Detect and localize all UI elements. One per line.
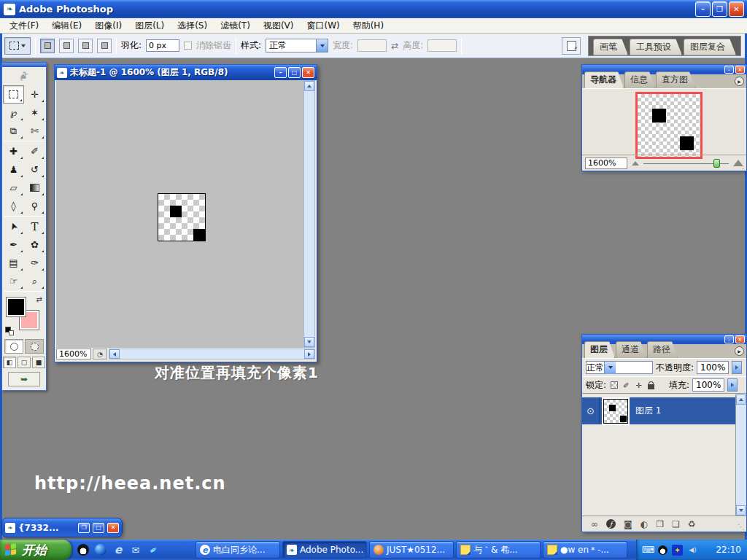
status-info-button[interactable]: ◔ — [93, 349, 107, 359]
layer-thumbnail[interactable] — [603, 399, 628, 424]
layers-scroll-down[interactable] — [736, 505, 746, 516]
zoom-out-icon[interactable] — [632, 161, 639, 166]
minimized-document[interactable]: ❧ {7332... ❐ □ ✕ — [1, 518, 123, 537]
blur-tool[interactable]: ◊ — [3, 197, 24, 215]
layers-close-button[interactable]: ✕ — [735, 335, 745, 343]
resize-grip-icon[interactable]: ⋱ — [738, 523, 745, 531]
layers-menu-button[interactable]: ▶ — [735, 346, 744, 356]
blend-mode-arrow-icon[interactable] — [604, 362, 616, 374]
blend-mode-select[interactable]: 正常 — [586, 361, 653, 374]
menu-edit[interactable]: 编辑(E) — [45, 18, 88, 34]
canvas-area[interactable] — [56, 80, 303, 348]
doc-vertical-scrollbar[interactable] — [303, 80, 315, 348]
standard-mode-button[interactable] — [4, 339, 23, 354]
navigator-thumbnail[interactable] — [635, 92, 703, 159]
resize-grip-icon[interactable]: ⋱ — [738, 162, 745, 170]
lock-all-button[interactable] — [646, 381, 656, 390]
custom-shape-tool[interactable]: ✿ — [24, 236, 45, 254]
well-tab-layer-comps[interactable]: 图层复合 — [684, 39, 736, 55]
eraser-tool[interactable]: ▱ — [3, 179, 24, 197]
jump-to-imageready-button[interactable]: ➥ — [8, 372, 40, 386]
lock-paint-button[interactable]: ✐ — [622, 381, 631, 390]
opacity-slider-button[interactable] — [732, 361, 742, 374]
style-select[interactable]: 正常 — [266, 39, 328, 52]
taskbar-item-qq-chat[interactable]: JUST★0512... — [369, 541, 454, 559]
menu-help[interactable]: 帮助(H) — [347, 18, 390, 34]
clone-stamp-tool[interactable]: ♟ — [3, 160, 24, 179]
taskbar-item-ie[interactable]: e 电白同乡论... — [196, 541, 280, 559]
file-browser-button[interactable]: ⌕ — [562, 37, 581, 55]
keyboard-ime-icon[interactable]: ⌨ — [643, 545, 654, 556]
tab-layers[interactable]: 图层 — [584, 341, 615, 358]
selection-mode-intersect[interactable] — [97, 39, 112, 53]
tab-histogram[interactable]: 直方图 — [656, 71, 695, 88]
navigator-zoom-slider[interactable] — [643, 159, 729, 168]
foreground-color-swatch[interactable] — [7, 298, 26, 316]
healing-brush-tool[interactable]: ✚ — [3, 142, 24, 160]
menu-select[interactable]: 选择(S) — [171, 18, 214, 34]
path-selection-tool[interactable]: ➤ — [3, 217, 24, 236]
minidoc-restore-button[interactable]: ❐ — [78, 523, 90, 533]
swap-dimensions-icon[interactable]: ⇄ — [391, 41, 398, 51]
link-layers-icon[interactable]: ∞ — [591, 519, 598, 529]
quick-mask-mode-button[interactable] — [25, 339, 44, 354]
start-button[interactable]: 开始 — [0, 540, 71, 560]
eyedropper-tool[interactable]: ✑ — [24, 254, 45, 272]
swap-colors-icon[interactable]: ⇄ — [36, 295, 42, 303]
layer-mask-icon[interactable]: ◙ — [624, 519, 632, 529]
doc-zoom-field[interactable]: 1600% — [56, 349, 91, 359]
taskbar-item-notepad-1[interactable]: 与｀& 㣇... — [456, 541, 541, 559]
tab-paths[interactable]: 路径 — [647, 341, 678, 358]
layer-row-1[interactable]: ⊙ 图层 1 — [582, 397, 735, 424]
well-tab-brushes[interactable]: 画笔 — [593, 39, 628, 55]
minidoc-close-button[interactable]: ✕ — [107, 523, 119, 533]
well-tab-tool-presets[interactable]: 工具预设 — [630, 39, 682, 55]
menu-view[interactable]: 视图(V) — [257, 18, 301, 34]
internet-explorer-icon[interactable]: e — [112, 544, 124, 556]
doc-horizontal-scrollbar[interactable] — [109, 349, 315, 359]
tray-qq-icon[interactable] — [658, 545, 667, 555]
document-titlebar[interactable]: ❧ 未标题-1 @ 1600% (图层 1, RGB/8) – □ ✕ — [55, 65, 317, 80]
layers-scroll-up[interactable] — [736, 394, 746, 405]
pen-tool[interactable]: ✒ — [3, 236, 24, 254]
layers-scrollbar[interactable] — [735, 394, 746, 516]
close-button[interactable]: ✕ — [729, 1, 744, 17]
history-brush-tool[interactable]: ↺ — [24, 160, 45, 179]
fill-slider-button[interactable] — [727, 378, 738, 392]
menu-file[interactable]: 文件(F) — [3, 18, 45, 34]
move-tool[interactable]: ✛ — [24, 85, 45, 104]
lock-transparency-button[interactable] — [609, 381, 619, 390]
hand-tool[interactable]: ☞ — [3, 272, 24, 290]
feather-input[interactable]: 0 px — [146, 39, 179, 52]
default-colors-icon[interactable] — [5, 327, 14, 335]
navigator-zoom-field[interactable]: 1600% — [585, 158, 627, 169]
menu-window[interactable]: 窗口(W) — [300, 18, 346, 34]
taskbar-item-notepad-2[interactable]: ●w en＊-... — [543, 541, 627, 559]
restore-button[interactable]: ❐ — [712, 1, 727, 17]
rect-marquee-tool[interactable] — [3, 85, 24, 104]
tab-channels[interactable]: 通道 — [616, 341, 646, 358]
doc-maximize-button[interactable]: □ — [288, 67, 301, 78]
scroll-down-button[interactable] — [304, 337, 314, 347]
navigator-menu-button[interactable]: ▶ — [735, 77, 744, 86]
tab-info[interactable]: 信息 — [624, 71, 655, 88]
layer-visibility-toggle[interactable]: ⊙ — [582, 397, 600, 424]
opacity-field[interactable]: 100% — [697, 361, 729, 374]
canvas-image[interactable] — [158, 193, 206, 241]
crop-tool[interactable]: ⧉ — [3, 122, 24, 140]
new-layer-icon[interactable]: ❏ — [672, 519, 680, 529]
combo-arrow-icon[interactable] — [316, 39, 328, 52]
lock-position-button[interactable]: ✛ — [634, 381, 643, 390]
lasso-tool[interactable]: ℘ — [3, 104, 24, 122]
selection-mode-subtract[interactable] — [78, 39, 93, 53]
navigator-minimize-button[interactable]: – — [724, 66, 734, 74]
slice-tool[interactable]: ✄ — [24, 122, 45, 140]
menu-image[interactable]: 图像(I) — [88, 18, 128, 34]
menu-layer[interactable]: 图层(L) — [128, 18, 171, 34]
menu-filter[interactable]: 滤镜(T) — [214, 18, 257, 34]
fill-field[interactable]: 100% — [692, 378, 724, 392]
zoom-tool[interactable]: ⌕ — [24, 272, 45, 290]
delete-layer-icon[interactable]: ♻ — [688, 519, 696, 529]
taskbar-item-photoshop[interactable]: ❧ Adobe Photo... — [282, 541, 367, 559]
width-input[interactable] — [357, 39, 387, 52]
